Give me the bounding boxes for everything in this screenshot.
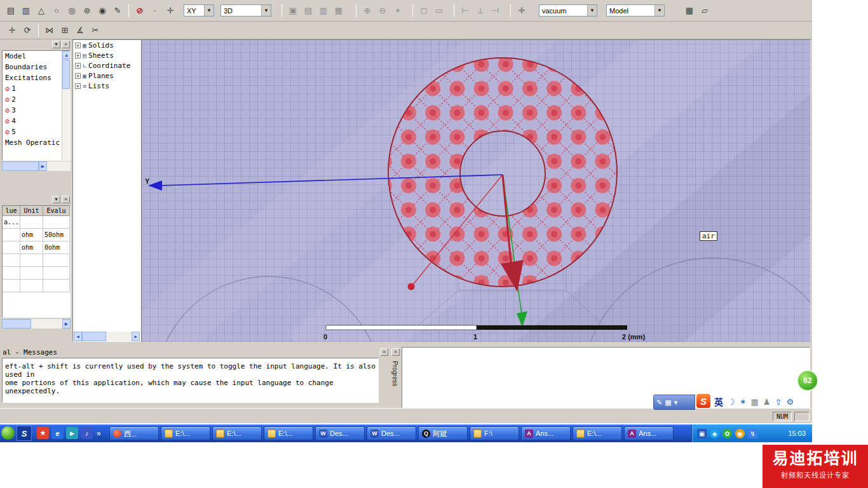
taskbar-button[interactable]: Q阿斌	[418, 426, 468, 440]
prop-cell[interactable]	[3, 241, 20, 254]
chevron-down-icon[interactable]: ▼	[587, 5, 597, 16]
expand-icon[interactable]: +	[75, 83, 81, 89]
tray-update-icon[interactable]: ↯	[748, 429, 757, 438]
move-icon[interactable]: ✛	[5, 24, 19, 37]
prop-cell[interactable]	[3, 229, 20, 241]
scroll-thumb[interactable]	[2, 161, 39, 171]
angle-icon[interactable]: ∡	[73, 24, 87, 37]
tray-safety-icon[interactable]: ✿	[722, 429, 732, 438]
tree-item-boundaries[interactable]: Boundaries	[3, 62, 70, 72]
chevron-down-icon[interactable]: ▼	[204, 5, 214, 16]
zoom-out-icon[interactable]: ⊖	[376, 4, 390, 18]
trim-icon[interactable]: ✂	[88, 24, 102, 37]
chevron-down-icon[interactable]: ▼	[261, 5, 271, 16]
sparkle-icon[interactable]: ✶	[740, 397, 747, 407]
zoom-in-icon[interactable]: ⊕	[360, 4, 374, 18]
plane-dropdown[interactable]: XY ▼	[184, 4, 214, 17]
close-icon[interactable]: ×	[380, 348, 388, 356]
ellipse-icon[interactable]: ◉	[95, 4, 109, 18]
prop-cell[interactable]	[3, 254, 20, 267]
chevron-down-icon[interactable]: ▾	[674, 398, 678, 407]
scroll-right-icon[interactable]: ▶	[39, 161, 47, 171]
prop-cell[interactable]	[20, 267, 43, 280]
select-face-icon[interactable]: ◻	[417, 4, 431, 18]
user-icon[interactable]: ♟	[763, 397, 771, 407]
taskbar-button[interactable]: E:\...	[573, 426, 622, 440]
coordinate-system-icon[interactable]: ✛	[163, 4, 177, 18]
prop-cell[interactable]: 0ohm	[43, 241, 70, 254]
window-tile-icon[interactable]: ▤	[301, 4, 315, 18]
tree-item-lists[interactable]: + ≡ Lists	[73, 81, 140, 91]
point-icon[interactable]: ∙	[148, 4, 162, 18]
properties-hscrollbar[interactable]: ▶	[2, 319, 71, 329]
clock[interactable]: 15:03	[788, 430, 806, 437]
circle-icon[interactable]: ○	[50, 4, 64, 18]
cone-icon[interactable]: △	[34, 4, 48, 18]
prop-cell[interactable]	[20, 280, 43, 292]
scroll-up-icon[interactable]: ▲	[62, 51, 71, 59]
tree-item-model[interactable]: Model	[3, 51, 70, 62]
moon-icon[interactable]: ☽	[728, 397, 735, 407]
expand-icon[interactable]: +	[75, 43, 81, 48]
language-indicator[interactable]: 英	[714, 395, 723, 408]
soft-keyboard-icon[interactable]: ▦	[751, 397, 759, 407]
prop-cell[interactable]	[43, 216, 70, 229]
taskbar-button[interactable]: E:\...	[161, 426, 210, 440]
rotate-icon[interactable]: ⟳	[20, 24, 34, 37]
box-icon[interactable]: ▤	[4, 4, 18, 18]
polyline-icon[interactable]: ✎	[111, 4, 125, 18]
quicklaunch-browser-icon[interactable]: e	[51, 427, 64, 439]
chevron-down-icon[interactable]: ▼	[654, 5, 664, 16]
sphere-icon[interactable]: ◎	[65, 4, 79, 18]
align-left-icon[interactable]: ⊢	[458, 4, 472, 18]
project-tree-hscrollbar[interactable]: ▶	[2, 161, 71, 171]
taskbar-button[interactable]: WDes...	[367, 426, 416, 440]
expand-icon[interactable]: +	[75, 53, 81, 58]
tree-item-mesh-operations[interactable]: Mesh Operatic ▼	[3, 137, 70, 148]
taskbar-button[interactable]: WDes...	[315, 426, 365, 440]
taskbar-button[interactable]: 西...	[109, 426, 159, 440]
cylinder-icon[interactable]: ▥	[19, 4, 33, 18]
tree-item-sheets[interactable]: + ▤ Sheets	[73, 50, 140, 60]
measure-icon[interactable]: ✚	[515, 4, 529, 18]
material-dropdown[interactable]: vacuum ▼	[539, 4, 597, 17]
tree-item-solids[interactable]: + ▦ Solids	[73, 40, 140, 50]
prop-cell[interactable]: ohm	[20, 229, 43, 241]
scroll-thumb[interactable]	[2, 319, 31, 329]
tray-network-icon[interactable]: ◈	[710, 429, 719, 438]
tree-item-port-4[interactable]: ⊘4	[3, 116, 70, 126]
tree-item-planes[interactable]: + ▣ Planes	[73, 71, 140, 81]
scroll-thumb[interactable]	[82, 332, 106, 341]
start-button[interactable]	[1, 426, 15, 440]
expand-icon[interactable]: +	[75, 63, 81, 69]
taskbar-button[interactable]: F:\	[470, 426, 519, 440]
speedup-ball-badge[interactable]: 62	[797, 370, 818, 391]
taskbar-button[interactable]: E:\...	[212, 426, 262, 440]
tree-item-port-1[interactable]: ⊘1	[3, 83, 70, 94]
prop-cell[interactable]	[3, 267, 20, 280]
tree-item-port-2[interactable]: ⊘2	[3, 94, 70, 105]
prop-cell[interactable]	[43, 280, 70, 292]
chevron-more-icon[interactable]: »	[97, 429, 101, 438]
align-bottom-icon[interactable]: ⊥	[473, 4, 487, 18]
prop-cell[interactable]	[3, 280, 20, 292]
keyboard-icon[interactable]: ▦	[665, 398, 671, 407]
tree-item-excitations[interactable]: Excitations	[3, 72, 70, 83]
new-window-icon[interactable]: ▱	[698, 4, 712, 18]
quicklaunch-app1-icon[interactable]: ★	[37, 427, 49, 439]
tree-item-port-3[interactable]: ⊘3	[3, 105, 70, 116]
grid-settings-icon[interactable]: ▦	[682, 4, 696, 18]
prop-cell[interactable]	[20, 216, 43, 229]
tray-app-icon[interactable]: ▣	[697, 429, 707, 438]
expand-icon[interactable]: +	[75, 73, 81, 79]
up-arrow-icon[interactable]: ⇧	[775, 397, 782, 407]
scroll-right-icon[interactable]: ▶	[132, 332, 140, 341]
pin-icon[interactable]: ▾	[52, 41, 60, 48]
scroll-thumb[interactable]	[62, 60, 70, 89]
prop-cell[interactable]	[43, 267, 70, 280]
settings-icon[interactable]: ⚙	[786, 397, 794, 407]
align-right-icon[interactable]: ⊣	[489, 4, 503, 18]
fit-view-icon[interactable]: ⌖	[391, 4, 405, 18]
view-dropdown[interactable]: Model ▼	[606, 4, 665, 17]
prop-cell[interactable]: a...	[3, 216, 20, 229]
